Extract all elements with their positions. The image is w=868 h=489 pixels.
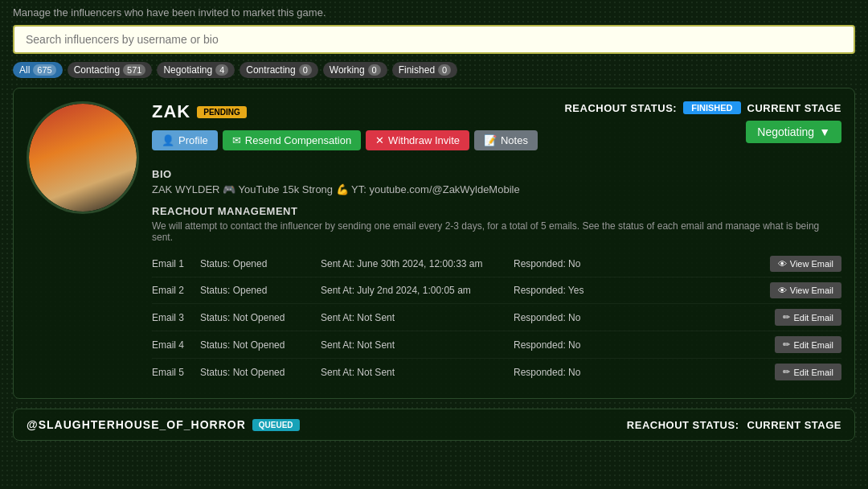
email-icon: ✉	[232, 134, 241, 146]
email-status: Status: Opened	[200, 258, 321, 269]
email-row-3: Email 3Status: Not OpenedSent At: Not Se…	[152, 304, 841, 331]
email-status: Status: Not Opened	[200, 367, 321, 378]
status-badge: PENDING	[197, 106, 247, 118]
profile-button[interactable]: 👤 Profile	[152, 130, 218, 150]
pencil-icon: ✏	[783, 339, 790, 350]
edit-email-button[interactable]: ✏Edit Email	[775, 364, 841, 380]
filter-tab-count: 0	[438, 64, 451, 76]
email-responded: Responded: No	[514, 367, 626, 378]
filter-tab-negotiating[interactable]: Negotiating4	[157, 62, 235, 78]
filter-tab-count: 571	[123, 64, 145, 76]
email-list: Email 1Status: OpenedSent At: June 30th …	[152, 251, 841, 385]
pencil-icon: ✏	[783, 367, 790, 377]
email-row-4: Email 4Status: Not OpenedSent At: Not Se…	[152, 331, 841, 359]
filter-tab-contacting[interactable]: Contacting571	[68, 62, 153, 78]
manage-description: Manage the influencers who have been inv…	[13, 6, 855, 18]
email-label: Email 1	[152, 258, 200, 269]
email-label: Email 2	[152, 285, 200, 296]
filter-tab-count: 675	[33, 64, 55, 76]
reachout-mgmt-desc: We will attempt to contact the influence…	[152, 220, 841, 243]
email-status: Status: Not Opened	[200, 339, 321, 351]
filter-tab-count: 0	[368, 64, 381, 76]
email-sent-at: Sent At: July 2nd 2024, 1:00:05 am	[321, 285, 514, 296]
filter-tab-label: Working	[330, 64, 365, 76]
avatar	[27, 101, 139, 214]
chevron-down-icon: ▼	[819, 125, 830, 138]
email-responded: Responded: No	[514, 312, 626, 323]
email-sent-at: Sent At: Not Sent	[321, 367, 514, 378]
reachout-status-label: REACHOUT STATUS:	[564, 102, 677, 114]
withdraw-invite-button[interactable]: ✕ Withdraw Invite	[366, 130, 469, 150]
edit-email-button[interactable]: ✏Edit Email	[775, 309, 841, 326]
email-responded: Responded: Yes	[514, 285, 626, 296]
view-email-button[interactable]: 👁View Email	[770, 256, 841, 272]
email-row-1: Email 1Status: OpenedSent At: June 30th …	[152, 251, 841, 277]
email-responded: Responded: No	[514, 258, 626, 269]
email-sent-at: Sent At: Not Sent	[321, 312, 514, 323]
filter-tab-label: Finished	[399, 64, 435, 76]
filter-tab-label: Contracting	[246, 64, 295, 76]
partial-status-badge: QUEUED	[252, 419, 300, 431]
filter-tab-label: Negotiating	[163, 64, 212, 76]
x-icon: ✕	[375, 134, 384, 146]
filter-tab-finished[interactable]: Finished0	[392, 62, 457, 78]
filter-tab-working[interactable]: Working0	[323, 62, 387, 78]
view-email-button[interactable]: 👁View Email	[770, 282, 841, 298]
influencer-name: ZAK	[152, 101, 190, 122]
email-sent-at: Sent At: June 30th 2024, 12:00:33 am	[321, 258, 514, 269]
filter-tab-contracting[interactable]: Contracting0	[240, 62, 318, 78]
resend-compensation-button[interactable]: ✉ Resend Compensation	[223, 130, 361, 150]
search-input[interactable]	[13, 25, 855, 54]
pencil-icon: ✏	[783, 312, 790, 323]
reachout-status-value: FINISHED	[683, 101, 740, 114]
email-label: Email 3	[152, 312, 200, 323]
bio-text: ZAK WYLDER 🎮 YouTube 15k Strong 💪 YT: yo…	[152, 183, 841, 195]
note-icon: 📝	[484, 134, 497, 146]
filter-tab-count: 0	[299, 64, 312, 76]
email-sent-at: Sent At: Not Sent	[321, 339, 514, 351]
filter-tab-count: 4	[215, 64, 228, 76]
stage-dropdown[interactable]: Negotiating ▼	[746, 121, 841, 143]
partial-influencer-name: @SLAUGHTERHOUSE_OF_HORROR	[27, 418, 246, 431]
person-icon: 👤	[162, 134, 174, 146]
eye-icon: 👁	[778, 286, 787, 295]
email-responded: Responded: No	[514, 339, 626, 351]
email-label: Email 4	[152, 339, 200, 351]
filter-tab-label: All	[19, 64, 30, 76]
partial-stage-label: CURRENT STAGE	[747, 419, 841, 431]
filter-tab-label: Contacting	[74, 64, 120, 76]
email-label: Email 5	[152, 367, 200, 378]
partial-reachout-label: REACHOUT STATUS:	[627, 419, 739, 431]
notes-button[interactable]: 📝 Notes	[474, 130, 538, 150]
reachout-mgmt-label: REACHOUT MANAGEMENT	[152, 205, 841, 217]
email-status: Status: Not Opened	[200, 312, 321, 323]
email-status: Status: Opened	[200, 285, 321, 296]
bio-label: BIO	[152, 168, 841, 180]
partial-influencer-card: @SLAUGHTERHOUSE_OF_HORROR QUEUED REACHOU…	[13, 409, 855, 441]
influencer-card: ZAK PENDING 👤 Profile ✉ Resend Compensat…	[13, 88, 855, 399]
email-row-2: Email 2Status: OpenedSent At: July 2nd 2…	[152, 277, 841, 304]
eye-icon: 👁	[778, 259, 787, 269]
edit-email-button[interactable]: ✏Edit Email	[775, 336, 841, 353]
current-stage-label: CURRENT STAGE	[747, 102, 841, 114]
email-row-5: Email 5Status: Not OpenedSent At: Not Se…	[152, 359, 841, 385]
filter-tabs: All675Contacting571Negotiating4Contracti…	[13, 62, 855, 78]
filter-tab-all[interactable]: All675	[13, 62, 63, 78]
